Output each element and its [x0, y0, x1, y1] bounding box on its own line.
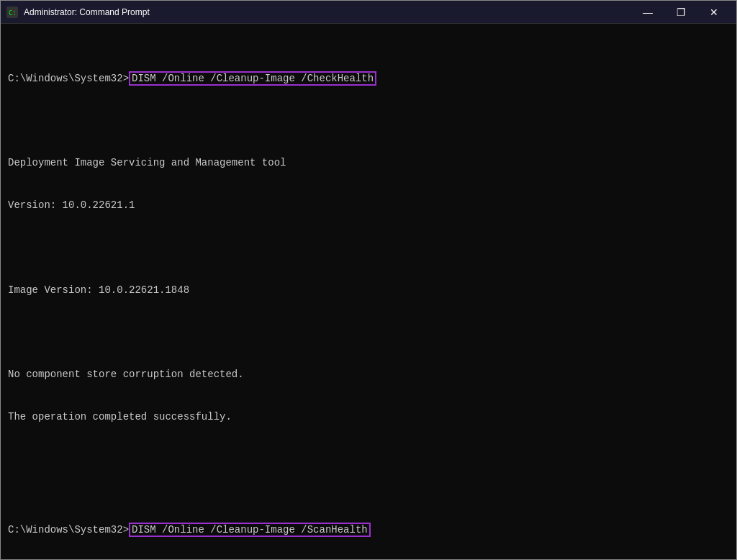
blank-2: [8, 241, 729, 256]
window: C: Administrator: Command Prompt — ❐ ✕ C…: [0, 0, 737, 560]
blank-1: [8, 114, 729, 129]
console-output: C:\Windows\System32>DISM /Online /Cleanu…: [1, 24, 736, 559]
minimize-button[interactable]: —: [631, 1, 664, 24]
app-icon: C:: [6, 6, 18, 18]
command-checkhealth: DISM /Online /Cleanup-Image /CheckHealth: [129, 71, 376, 86]
blank-3: [8, 325, 729, 340]
window-controls: — ❐ ✕: [631, 1, 731, 24]
svg-text:C:: C:: [9, 9, 17, 17]
maximize-button[interactable]: ❐: [664, 1, 697, 24]
command-line-1: C:\Windows\System32>DISM /Online /Cleanu…: [8, 72, 729, 86]
window-title: Administrator: Command Prompt: [24, 7, 631, 17]
command-line-2: C:\Windows\System32>DISM /Online /Cleanu…: [8, 523, 729, 538]
output-line-3: Image Version: 10.0.22621.1848: [8, 284, 729, 298]
close-button[interactable]: ✕: [697, 1, 731, 24]
output-line-5: The operation completed successfully.: [8, 410, 729, 425]
blank-4: [8, 453, 729, 467]
output-line-2: Version: 10.0.22621.1: [8, 199, 729, 213]
command-scanhealth: DISM /Online /Cleanup-Image /ScanHealth: [129, 523, 371, 537]
output-line-4: No component store corruption detected.: [8, 368, 729, 382]
prompt-1: C:\Windows\System32>: [8, 73, 129, 84]
output-line-1: Deployment Image Servicing and Managemen…: [8, 156, 729, 171]
titlebar: C: Administrator: Command Prompt — ❐ ✕: [1, 1, 736, 24]
prompt-2: C:\Windows\System32>: [8, 524, 129, 536]
